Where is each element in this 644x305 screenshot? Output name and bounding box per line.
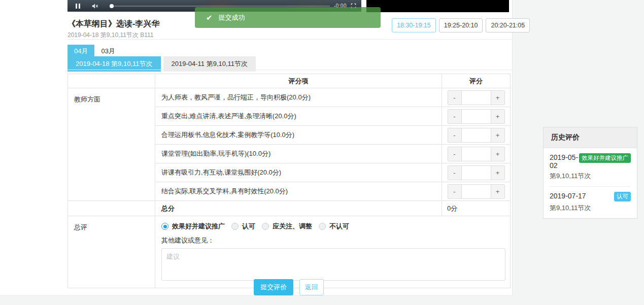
score-stepper: -+ (448, 165, 505, 180)
time-slot-group: 18:30-19:15 19:25-20:10 20:20-21:05 (392, 18, 530, 32)
score-stepper: -+ (448, 90, 505, 105)
plus-button[interactable]: + (491, 147, 504, 161)
score-input[interactable] (461, 110, 491, 123)
score-input[interactable] (461, 128, 491, 142)
criteria-label: 重点突出,难点讲清,表述严谨,条理清晰(20.0分) (155, 107, 442, 126)
toast-message: 提交成功 (219, 13, 245, 22)
minus-button[interactable]: - (448, 91, 461, 105)
radio-label[interactable]: 效果好并建议推广 (172, 222, 225, 231)
overall-label: 总评 (68, 216, 155, 288)
score-stepper: -+ (448, 109, 505, 124)
history-item[interactable]: 2019-07-17 认可 第9,10,11节次 (550, 186, 631, 218)
category-label: 教师方面 (68, 88, 155, 201)
criteria-label: 结合实际,联系交叉学科,具有时效性(20.0分) (155, 182, 442, 201)
radio-unselected[interactable] (231, 223, 239, 230)
history-date: 2019-05-02 (550, 153, 579, 170)
table-row: 教师方面 为人师表，教风严谨，品行端正，导向积极(20.0分) -+ (68, 88, 511, 107)
plus-button[interactable]: + (491, 166, 504, 180)
back-button[interactable]: 返回 (299, 279, 324, 295)
history-session: 第9,10,11节次 (550, 172, 631, 181)
radio-label[interactable]: 认可 (242, 222, 255, 231)
criteria-label: 讲课有吸引力,有互动,课堂氛围好(20.0分) (155, 163, 442, 182)
submit-button[interactable]: 提交评价 (254, 279, 293, 295)
criteria-label: 为人师表，教风严谨，品行端正，导向积极(20.0分) (155, 88, 442, 107)
score-stepper: -+ (448, 147, 505, 161)
history-item[interactable]: 2019-05-02 效果好并建议推广 第9,10,11节次 (550, 148, 631, 186)
radio-unselected[interactable] (319, 223, 326, 230)
divider (67, 70, 513, 70)
header-criteria: 评分项 (155, 74, 442, 88)
score-stepper: -+ (448, 128, 505, 143)
minus-button[interactable]: - (448, 166, 461, 180)
minus-button[interactable]: - (448, 110, 461, 123)
secondary-video[interactable] (366, 0, 509, 12)
minus-button[interactable]: - (448, 128, 461, 142)
comment-label: 其他建议或意见： (161, 236, 504, 245)
page-subtitle: 2019-04-18 第9,10,11节次 B111 (67, 31, 153, 40)
plus-button[interactable]: + (491, 91, 504, 105)
radio-selected[interactable] (161, 223, 168, 230)
evaluation-table: 评分项 评分 教师方面 为人师表，教风严谨，品行端正，导向积极(20.0分) -… (67, 74, 511, 288)
radio-unselected[interactable] (262, 223, 269, 230)
score-input[interactable] (461, 91, 491, 105)
radio-label[interactable]: 不认可 (329, 222, 349, 231)
volume-muted-icon[interactable] (91, 3, 98, 10)
total-label: 总分 (155, 201, 442, 216)
success-toast: ✔ 提交成功 (195, 7, 381, 28)
history-title: 历史评价 (544, 127, 637, 148)
radio-label[interactable]: 应关注、调整 (273, 222, 312, 231)
minus-button[interactable]: - (448, 185, 461, 198)
seek-handle[interactable] (110, 4, 114, 8)
form-actions: 提交评价 返回 (67, 279, 510, 295)
history-list: 2019-05-02 效果好并建议推广 第9,10,11节次 2019-07-1… (544, 148, 637, 218)
score-input[interactable] (461, 147, 491, 161)
header-empty (68, 74, 155, 88)
time-slot-button[interactable]: 20:20-21:05 (486, 18, 530, 32)
score-input[interactable] (461, 185, 491, 198)
criteria-label: 课堂管理(如出勤率,玩手机等)(10.0分) (155, 145, 442, 163)
score-input[interactable] (461, 166, 491, 180)
history-panel: 历史评价 2019-05-02 效果好并建议推广 第9,10,11节次 2019… (543, 127, 637, 219)
header-score: 评分 (442, 74, 511, 88)
progress-bar[interactable] (114, 6, 330, 7)
score-stepper: -+ (448, 184, 505, 199)
divider (67, 39, 513, 40)
page-title: 《本草纲目》选读-李兴华 (67, 19, 159, 29)
criteria-label: 合理运用板书,信息化技术,案例教学等(10.0分) (155, 126, 442, 145)
overall-row: 总评 效果好并建议推广 认可 应关注、调整 不认可 其他建议或意见： (68, 216, 511, 288)
time-slot-button[interactable]: 19:25-20:10 (439, 18, 483, 32)
pause-icon[interactable] (76, 4, 80, 9)
history-session: 第9,10,11节次 (550, 204, 631, 213)
overall-radio-group: 效果好并建议推广 认可 应关注、调整 不认可 (161, 222, 504, 231)
time-slot-button[interactable]: 18:30-19:15 (392, 18, 436, 32)
comment-textarea[interactable] (161, 248, 505, 281)
history-date: 2019-07-17 (550, 192, 586, 200)
check-icon: ✔ (206, 13, 213, 22)
status-badge: 认可 (614, 192, 631, 201)
empty-cell (68, 201, 155, 216)
total-value: 0分 (442, 201, 511, 216)
total-row: 总分 0分 (68, 201, 511, 216)
status-badge: 效果好并建议推广 (579, 153, 631, 163)
plus-button[interactable]: + (491, 110, 504, 123)
plus-button[interactable]: + (491, 185, 504, 198)
minus-button[interactable]: - (448, 147, 461, 161)
plus-button[interactable]: + (491, 128, 504, 142)
